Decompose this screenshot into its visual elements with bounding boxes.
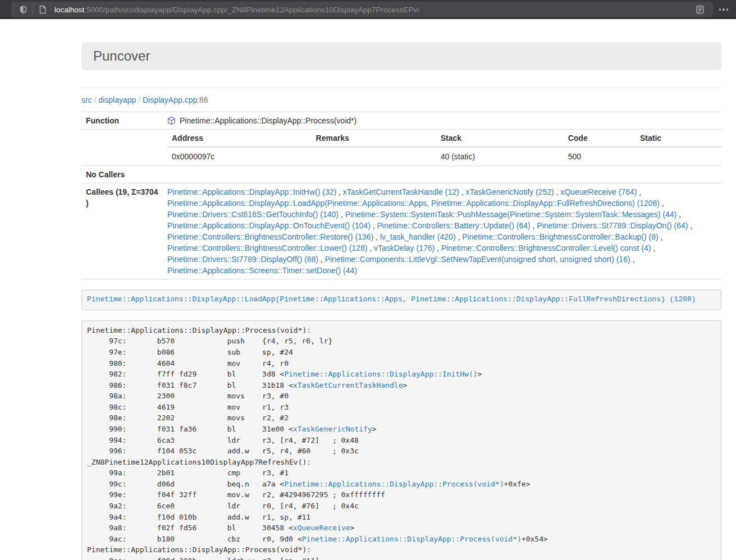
- callee-link[interactable]: Pinetime::Applications::DisplayApp::Init…: [167, 187, 336, 196]
- callees-label: Callees (19, Σ=3704 ): [81, 183, 163, 279]
- page-container: Puncover src / displayapp / DisplayApp.c…: [81, 42, 721, 560]
- header-divider: [81, 88, 721, 88]
- symbol-cube-icon: [167, 116, 176, 125]
- shield-icon[interactable]: [16, 2, 30, 17]
- col-header-code: Code: [564, 130, 636, 147]
- breadcrumb-link[interactable]: displayapp: [98, 95, 136, 104]
- table-row: Callees (19, Σ=3704 ) Pinetime::Applicat…: [81, 183, 721, 279]
- breadcrumb-separator: /: [92, 95, 99, 104]
- code-symbol-link[interactable]: Pinetime::Applications::DisplayApp::Init…: [284, 370, 477, 378]
- breadcrumb-link[interactable]: src: [81, 95, 92, 104]
- table-row: No Callers: [81, 166, 721, 183]
- page-title: Puncover: [93, 48, 150, 63]
- loadapp-link[interactable]: Pinetime::Applications::DisplayApp::Load…: [87, 295, 696, 304]
- code-symbol-link[interactable]: xTaskGenericNotify: [293, 425, 372, 433]
- breadcrumb-line-number: :86: [197, 95, 208, 104]
- url-host: localhost: [54, 6, 84, 14]
- remarks-value: [312, 147, 436, 166]
- callee-link[interactable]: Pinetime::Controllers::Battery::Update()…: [377, 221, 531, 230]
- url-text[interactable]: localhost:5000/path/src/displayapp/Displ…: [54, 6, 693, 14]
- url-path: :5000/path/src/displayapp/DisplayApp.cpp…: [84, 6, 419, 14]
- page-info-icon[interactable]: [35, 2, 50, 17]
- urlbar-divider: [33, 4, 33, 15]
- callees-list: Pinetime::Applications::DisplayApp::Init…: [163, 183, 721, 279]
- more-menu-icon[interactable]: [715, 8, 733, 11]
- breadcrumb-separator: /: [136, 95, 143, 104]
- disassembly-code: Pinetime::Applications::DisplayApp::Proc…: [87, 326, 548, 560]
- app-header: Puncover: [81, 42, 721, 70]
- function-title: Pinetime::Applications::DisplayApp::Proc…: [180, 115, 356, 126]
- col-header-address: Address: [167, 130, 312, 147]
- col-header-static: Static: [636, 130, 721, 147]
- toolbar-divider: [712, 4, 712, 15]
- url-bar[interactable]: localhost:5000/path/src/displayapp/Displ…: [11, 2, 712, 17]
- static-value: [636, 147, 721, 166]
- breadcrumb: src / displayapp / DisplayApp.cpp:86: [81, 95, 721, 104]
- callee-link[interactable]: Pinetime::Drivers::St7789::DisplayOff() …: [167, 255, 318, 264]
- callee-link[interactable]: Pinetime::Controllers::BrightnessControl…: [441, 244, 651, 253]
- callee-link[interactable]: xTaskGenericNotify (252): [465, 187, 554, 196]
- callee-link[interactable]: vTaskDelay (176): [374, 244, 435, 253]
- callee-link[interactable]: xQueueReceive (764): [560, 187, 637, 196]
- breadcrumb-link[interactable]: DisplayApp.cpp: [143, 95, 197, 104]
- function-label: Function: [81, 112, 163, 130]
- code-symbol-link[interactable]: Pinetime::Applications::DisplayApp::Proc…: [302, 535, 522, 543]
- callee-link[interactable]: Pinetime::Applications::Screens::Timer::…: [167, 266, 357, 275]
- callee-link[interactable]: Pinetime::Components::LittleVgl::SetNewT…: [325, 255, 630, 264]
- code-value: 500: [564, 147, 636, 166]
- callee-link[interactable]: Pinetime::Drivers::St7789::DisplayOn() (…: [537, 221, 688, 230]
- metrics-table: Address Remarks Stack Code Static 0x0000…: [167, 130, 721, 166]
- table-row: Address Remarks Stack Code Static 0x0000…: [81, 130, 721, 166]
- metrics-row: 0x0000097c 40 (static) 500: [167, 147, 721, 166]
- code-symbol-link[interactable]: xQueueReceive: [293, 524, 350, 532]
- code-symbol-link[interactable]: Pinetime::Applications::DisplayApp::Proc…: [284, 480, 504, 488]
- callee-link[interactable]: Pinetime::Controllers::BrightnessControl…: [167, 244, 367, 253]
- table-row: Function Pinetime::Applications::Display…: [81, 112, 721, 130]
- disassembly-box: Pinetime::Applications::DisplayApp::Proc…: [81, 320, 721, 560]
- col-header-stack: Stack: [436, 130, 564, 147]
- function-table: Function Pinetime::Applications::Display…: [81, 112, 721, 279]
- callee-link[interactable]: xTaskGetCurrentTaskHandle (12): [343, 187, 459, 196]
- callee-link[interactable]: Pinetime::Controllers::BrightnessControl…: [462, 232, 658, 241]
- callee-link[interactable]: Pinetime::System::SystemTask::PushMessag…: [345, 210, 677, 219]
- stack-value: 40 (static): [436, 147, 564, 166]
- callee-link[interactable]: Pinetime::Applications::DisplayApp::OnTo…: [167, 221, 371, 230]
- col-header-remarks: Remarks: [312, 130, 436, 147]
- callee-link[interactable]: Pinetime::Applications::DisplayApp::Load…: [167, 199, 660, 208]
- callee-link[interactable]: Pinetime::Drivers::Cst816S::GetTouchInfo…: [167, 210, 339, 219]
- no-callers-label: No Callers: [81, 166, 163, 183]
- reader-mode-icon[interactable]: [693, 2, 707, 17]
- callee-link[interactable]: lv_task_handler (420): [380, 232, 456, 241]
- browser-toolbar: localhost:5000/path/src/displayapp/Displ…: [0, 0, 736, 19]
- callee-link[interactable]: Pinetime::Controllers::BrightnessControl…: [167, 232, 373, 241]
- address-value: 0x0000097c: [167, 147, 312, 166]
- code-symbol-link[interactable]: xTaskGetCurrentTaskHandle: [293, 381, 403, 389]
- loadapp-box: Pinetime::Applications::DisplayApp::Load…: [81, 290, 721, 310]
